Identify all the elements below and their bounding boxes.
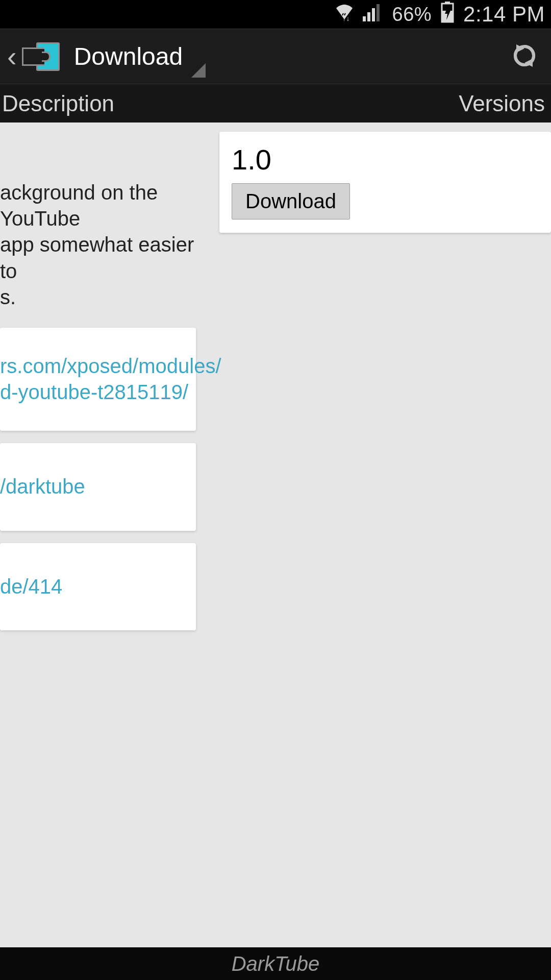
status-icons: ↑↓ [333,3,383,26]
status-bar: ↑↓ 66% 2:14 PM [0,0,551,29]
battery-percent-label: 66% [392,4,432,26]
tab-bar: Description Versions [0,84,551,122]
version-card: 1.0 Download [219,132,551,233]
link-text: rs.com/xposed/modules/ [0,353,189,379]
version-number-label: 1.0 [232,143,539,176]
wifi-icon: ↑↓ [333,3,356,26]
footer-label: DarkTube [232,952,320,975]
description-line: ackground on the YouTube [0,180,196,232]
refresh-icon [510,41,539,70]
download-button[interactable]: Download [232,183,350,219]
battery-charging-icon [441,2,454,28]
link-text: de/414 [0,574,189,600]
clock-label: 2:14 PM [463,2,545,27]
footer-bar: DarkTube [0,947,551,980]
link-text: /darktube [0,474,189,500]
link-card[interactable]: /darktube [0,443,196,530]
tab-versions[interactable]: Versions [457,91,547,116]
link-card[interactable]: de/414 [0,543,196,630]
svg-rect-1 [363,16,366,21]
description-line: s. [0,284,196,310]
description-line: app somewhat easier to [0,232,196,284]
back-icon[interactable]: ‹ [5,40,22,73]
description-panel: ackground on the YouTube app somewhat ea… [0,122,200,947]
app-bar-title: Download [74,42,183,70]
spinner-indicator-icon [191,63,206,78]
link-card[interactable]: rs.com/xposed/modules/ d-youtube-t281511… [0,328,196,431]
content-area[interactable]: ackground on the YouTube app somewhat ea… [0,122,551,947]
link-text: d-youtube-t2815119/ [0,379,189,405]
versions-panel: 1.0 Download [216,132,551,233]
title-spinner[interactable]: Download [74,42,183,70]
tab-description[interactable]: Description [0,91,116,116]
refresh-button[interactable] [510,41,539,72]
svg-rect-3 [372,8,375,21]
svg-rect-4 [377,4,380,21]
svg-rect-2 [367,12,370,21]
app-bar: ‹ Download [0,29,551,84]
signal-icon [363,3,383,26]
xposed-app-icon[interactable] [22,42,60,71]
description-text: ackground on the YouTube app somewhat ea… [0,122,200,310]
svg-text:↑↓: ↑↓ [342,14,350,21]
